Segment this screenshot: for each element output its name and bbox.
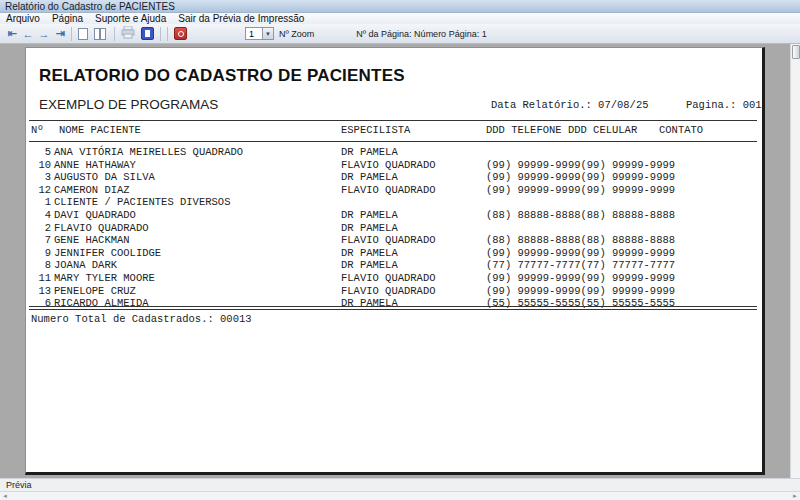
menu-item[interactable]: Arquivo — [6, 13, 40, 24]
table-row: 9JENNIFER COOLIDGEDR PAMELA(99) 99999-99… — [26, 247, 762, 260]
table-row: 12CAMERON DIAZFLAVIO QUADRADO(99) 99999-… — [26, 184, 762, 197]
single-page-view-icon[interactable] — [78, 28, 88, 40]
report-page: RELATORIO DO CADASTRO DE PACIENTES EXEMP… — [25, 47, 765, 475]
horizontal-scrollbar[interactable]: ◄ ► — [0, 491, 800, 500]
menu-item[interactable]: Página — [52, 13, 83, 24]
scroll-left-icon[interactable]: ◄ — [2, 493, 8, 499]
table-row: 4DAVI QUADRADODR PAMELA(88) 88888-8888(8… — [26, 209, 762, 222]
total-registered-label: Numero Total de Cadastrados.: 00013 — [31, 313, 252, 325]
exit-preview-icon[interactable] — [174, 27, 187, 40]
titlebar: Relatório do Cadastro de PACIENTES — [0, 0, 800, 13]
menu-item[interactable]: Suporte e Ajuda — [95, 13, 166, 24]
table-row: 8JOANA DARKDR PAMELA(77) 77777-7777(77) … — [26, 259, 762, 272]
preview-area: RELATORIO DO CADASTRO DE PACIENTES EXEMP… — [0, 44, 800, 478]
page-number-label: Nº da Página: Número Página: 1 — [356, 29, 486, 39]
table-row: 7GENE HACKMANFLAVIO QUADRADO(88) 88888-8… — [26, 234, 762, 247]
printer-icon[interactable] — [121, 25, 135, 43]
double-divider — [29, 306, 757, 310]
report-subtitle: EXEMPLO DE PROGRAMAS — [39, 97, 218, 112]
zoom-value[interactable]: 1 — [245, 27, 263, 40]
chevron-down-icon[interactable]: ▼ — [263, 27, 274, 40]
report-rows: 5ANA VITÓRIA MEIRELLES QUADRADODR PAMELA… — [26, 146, 762, 310]
table-row: 10ANNE HATHAWAYFLAVIO QUADRADO(99) 99999… — [26, 159, 762, 172]
toolbar-separator — [71, 27, 72, 41]
toolbar-separator — [160, 27, 161, 41]
column-header: DDD TELEFONE DDD CELULAR — [486, 124, 637, 136]
column-header: NOME PACIENTE — [59, 124, 141, 136]
previous-page-icon[interactable]: ← — [21, 27, 35, 41]
vertical-scrollbar-thumb[interactable] — [792, 45, 800, 59]
next-page-icon[interactable]: → — [37, 27, 51, 41]
zoom-label: Nº Zoom — [279, 29, 314, 39]
scroll-right-icon[interactable]: ► — [792, 493, 798, 499]
zoom-dropdown[interactable]: 1 ▼ — [245, 27, 274, 40]
table-row: 5ANA VITÓRIA MEIRELLES QUADRADODR PAMELA — [26, 146, 762, 159]
toolbar: ⇤ ← → ⇥ 1 ▼ Nº Zoom Nº da Página: Número… — [0, 24, 800, 44]
column-header: CONTATO — [659, 124, 703, 136]
divider — [29, 141, 757, 142]
statusbar: Prévia — [0, 478, 800, 491]
report-date: Data Relatório.: 07/08/25 — [491, 99, 649, 111]
status-text: Prévia — [6, 480, 32, 490]
print-setup-icon[interactable] — [141, 27, 154, 40]
menu-item[interactable]: Sair da Prévia de Impressão — [178, 13, 304, 24]
column-header: ESPECILISTA — [341, 124, 410, 136]
vertical-scrollbar[interactable] — [790, 44, 800, 478]
last-page-icon[interactable]: ⇥ — [53, 27, 67, 41]
toolbar-separator — [167, 27, 168, 41]
table-row: 2FLAVIO QUADRADODR PAMELA — [26, 222, 762, 235]
table-row: 13PENELOPE CRUZFLAVIO QUADRADO(99) 99999… — [26, 285, 762, 298]
table-row: 3AUGUSTO DA SILVADR PAMELA(99) 99999-999… — [26, 171, 762, 184]
report-column-headers: NºNOME PACIENTEESPECILISTADDD TELEFONE D… — [26, 124, 762, 137]
divider — [29, 120, 757, 121]
toolbar-separator — [114, 27, 115, 41]
first-page-icon[interactable]: ⇤ — [5, 27, 19, 41]
window-title: Relatório do Cadastro de PACIENTES — [5, 1, 175, 12]
two-page-view-icon[interactable] — [94, 28, 108, 40]
table-row: 1CLIENTE / PACIENTES DIVERSOS — [26, 196, 762, 209]
table-row: 11MARY TYLER MOOREFLAVIO QUADRADO(99) 99… — [26, 272, 762, 285]
app-window: Relatório do Cadastro de PACIENTES Arqui… — [0, 0, 800, 500]
report-title: RELATORIO DO CADASTRO DE PACIENTES — [39, 66, 405, 86]
menubar: ArquivoPáginaSuporte e AjudaSair da Prév… — [0, 13, 800, 24]
column-header: Nº — [31, 124, 44, 136]
report-page-number: Pagina.: 001 — [686, 99, 762, 111]
